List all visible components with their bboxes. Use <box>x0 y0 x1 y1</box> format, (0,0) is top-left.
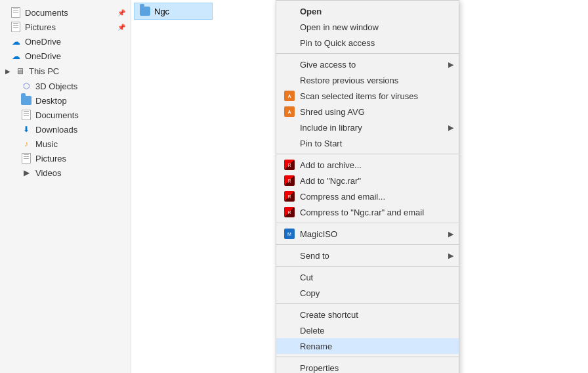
separator-2 <box>276 154 459 154</box>
arrow-icon: ▶ <box>448 123 453 132</box>
menu-label: Pin to Quick access <box>300 38 375 48</box>
menu-item-cut[interactable]: Cut <box>276 269 459 285</box>
sidebar-item-documents-pinned[interactable]: Documents 📌 <box>0 5 131 20</box>
menu-item-open[interactable]: Open <box>276 3 459 19</box>
menu-label: Include in library <box>300 123 362 133</box>
rar-icon: R <box>284 191 295 202</box>
menu-item-compress-email[interactable]: R Compress and email... <box>276 188 459 204</box>
menu-item-pin-quick[interactable]: Pin to Quick access <box>276 35 459 51</box>
menu-item-shred-avg[interactable]: A Shred using AVG <box>276 104 459 120</box>
folder-icon <box>140 6 150 16</box>
menu-item-restore-prev[interactable]: Restore previous versions <box>276 72 459 88</box>
sidebar-label: Videos <box>35 168 62 178</box>
3d-icon: ⬡ <box>21 81 32 91</box>
sidebar-item-desktop[interactable]: Desktop <box>0 93 131 108</box>
menu-item-scan-virus[interactable]: A Scan selected items for viruses <box>276 88 459 104</box>
sidebar-item-videos[interactable]: ▶ Videos <box>0 165 131 180</box>
menu-item-delete[interactable]: Delete <box>276 322 459 338</box>
pin-icon <box>284 37 295 48</box>
sidebar-label: Desktop <box>35 96 67 106</box>
separator-5 <box>276 266 459 267</box>
menu-item-properties[interactable]: Properties <box>276 360 459 373</box>
sidebar-item-onedrive-2[interactable]: ☁ OneDrive <box>0 49 131 63</box>
open-icon <box>284 6 295 16</box>
sidebar-item-3d-objects[interactable]: ⬡ 3D Objects <box>0 79 131 93</box>
doc-icon <box>10 7 21 18</box>
separator-4 <box>276 244 459 245</box>
sidebar-label: Pictures <box>25 22 56 32</box>
rar-icon: R <box>284 207 295 217</box>
chevron-icon: ▶ <box>5 68 10 75</box>
content-area: Documents 📌 Pictures 📌 ☁ OneDrive ☁ OneD… <box>0 0 588 373</box>
menu-item-rename[interactable]: Rename <box>276 338 459 354</box>
menu-label: Restore previous versions <box>300 76 398 85</box>
menu-label: Pin to Start <box>300 139 342 148</box>
sidebar-label: OneDrive <box>25 51 61 61</box>
menu-item-add-archive[interactable]: R Add to archive... <box>276 157 459 173</box>
sidebar-item-pictures-pinned[interactable]: Pictures 📌 <box>0 20 131 34</box>
music-icon: ♪ <box>21 139 32 149</box>
sidebar-item-pictures[interactable]: Pictures <box>0 151 131 165</box>
menu-item-include-library[interactable]: Include in library ▶ <box>276 120 459 135</box>
menu-label: Cut <box>300 273 313 282</box>
sidebar-label: This PC <box>29 66 59 76</box>
avg-shred-icon: A <box>284 106 295 117</box>
separator-3 <box>276 223 459 223</box>
folder-name: Ngc <box>154 7 169 16</box>
sidebar-label: 3D Objects <box>35 81 77 91</box>
rar-icon: R <box>284 175 295 186</box>
library-icon <box>284 122 295 133</box>
menu-item-send-to[interactable]: Send to ▶ <box>276 248 459 263</box>
doc-icon <box>21 153 32 164</box>
avg-icon: A <box>284 91 295 101</box>
sidebar-label: Documents <box>25 8 68 18</box>
cut-icon <box>284 272 295 282</box>
open-new-icon <box>284 22 295 32</box>
menu-item-open-new-window[interactable]: Open in new window <box>276 19 459 35</box>
sidebar-item-onedrive-1[interactable]: ☁ OneDrive <box>0 34 131 49</box>
menu-label: Compress to "Ngc.rar" and email <box>300 208 424 217</box>
menu-item-magiciso[interactable]: M MagicISO ▶ <box>276 226 459 242</box>
arrow-icon: ▶ <box>448 252 453 260</box>
pin-icon: 📌 <box>117 24 125 31</box>
menu-item-pin-start[interactable]: Pin to Start <box>276 135 459 151</box>
arrow-icon: ▶ <box>448 230 453 238</box>
context-menu: Open Open in new window Pin to Quick acc… <box>276 0 459 373</box>
menu-label: Properties <box>300 363 339 373</box>
menu-label: Copy <box>300 288 320 298</box>
selected-folder[interactable]: Ngc <box>134 3 213 20</box>
sidebar-label: Documents <box>35 110 79 120</box>
menu-item-create-shortcut[interactable]: Create shortcut <box>276 307 459 322</box>
menu-item-copy[interactable]: Copy <box>276 285 459 301</box>
menu-label: Rename <box>300 341 332 351</box>
sidebar-item-music[interactable]: ♪ Music <box>0 137 131 151</box>
doc-icon <box>10 22 21 32</box>
sidebar-item-this-pc[interactable]: ▶ 🖥 This PC <box>0 63 131 79</box>
sidebar-label: Music <box>35 139 58 149</box>
cloud-icon: ☁ <box>10 51 21 61</box>
send-to-icon <box>284 250 295 261</box>
sidebar-item-downloads[interactable]: ⬇ Downloads <box>0 122 131 137</box>
separator-7 <box>276 357 459 357</box>
menu-item-give-access[interactable]: Give access to ▶ <box>276 56 459 72</box>
cloud-icon: ☁ <box>10 36 21 47</box>
delete-icon <box>284 325 295 336</box>
sidebar-label: OneDrive <box>25 37 61 47</box>
sidebar-item-documents[interactable]: Documents <box>0 108 131 122</box>
separator-1 <box>276 53 459 54</box>
pin-icon: 📌 <box>117 9 125 16</box>
sidebar-label: Pictures <box>35 154 66 164</box>
doc-icon <box>21 110 32 120</box>
sidebar: Documents 📌 Pictures 📌 ☁ OneDrive ☁ OneD… <box>0 0 131 373</box>
menu-label: Delete <box>300 326 325 336</box>
menu-label: Create shortcut <box>300 310 358 320</box>
rename-icon <box>284 341 295 351</box>
dl-icon: ⬇ <box>21 124 32 135</box>
menu-item-add-ngcrar[interactable]: R Add to "Ngc.rar" <box>276 173 459 188</box>
menu-item-compress-ngcrar-email[interactable]: R Compress to "Ngc.rar" and email <box>276 204 459 220</box>
restore-icon <box>284 75 295 85</box>
copy-icon <box>284 288 295 298</box>
menu-label: Compress and email... <box>300 192 385 202</box>
menu-label: Shred using AVG <box>300 107 365 117</box>
pc-icon: 🖥 <box>14 66 25 76</box>
